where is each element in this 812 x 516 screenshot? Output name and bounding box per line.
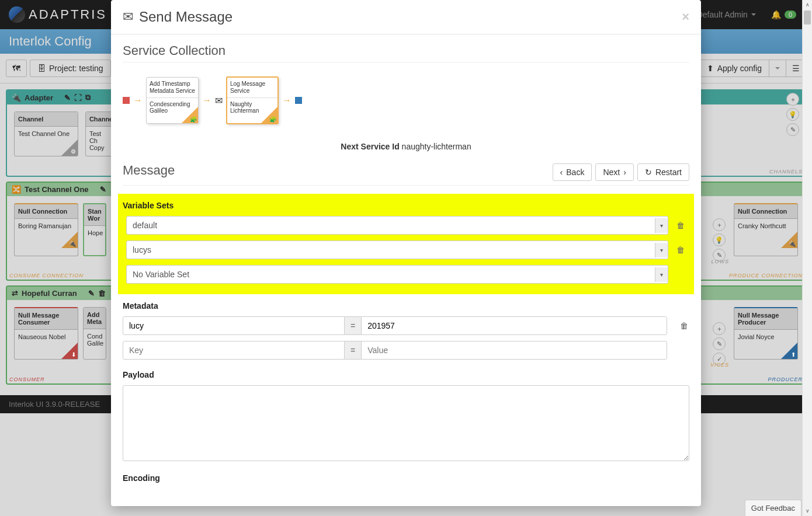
download-icon: ⬇ [71,351,76,358]
scrollbar[interactable]: ∧ ∨ [802,0,812,413]
variable-set-select-2[interactable]: No Variable Set▾ [126,265,668,284]
refresh-icon: ↻ [645,168,652,177]
send-message-modal: ✉ Send Message × Service Collection → Ad… [111,0,701,413]
envelope-icon: ✉ [123,9,133,25]
equals-label: = [345,316,361,335]
scroll-up-icon[interactable]: ∧ [803,0,812,10]
metadata-row: = 🗑 [123,316,689,335]
upload-icon: ⬆ [791,351,796,358]
chevron-left-icon: ‹ [560,168,563,177]
equals-label: = [345,341,361,360]
puzzle-icon: 🧩 [269,116,276,123]
modal-title: Send Message [139,9,233,25]
variable-sets-highlight: Variable Sets default▾ 🗑 lucys▾ 🗑 No Var… [118,194,694,294]
delete-varset-button[interactable]: 🗑 [675,245,686,254]
next-button[interactable]: Next› [595,163,633,181]
envelope-icon: ✉ [215,95,223,106]
service-flow: → Add Timestamp Metadata Service Condesc… [123,71,689,136]
flow-end-icon [295,97,302,104]
delete-metadata-button[interactable]: 🗑 [679,321,689,330]
metadata-heading: Metadata [123,301,689,311]
metadata-row-new: = 🗑 [123,341,689,360]
caret-down-icon: ▾ [655,218,668,233]
chevron-right-icon: › [623,168,626,177]
service-card-timestamp[interactable]: Add Timestamp Metadata Service Condescen… [146,77,199,124]
caret-down-icon: ▾ [655,267,668,282]
scroll-thumb[interactable] [804,11,811,25]
next-service-id: Next Service Id naughty-lichterman [123,136,689,163]
metadata-key-input[interactable] [123,316,345,335]
restart-button[interactable]: ↻Restart [637,163,689,181]
puzzle-icon: 🧩 [190,116,197,123]
message-heading: Message [123,163,175,178]
payload-textarea[interactable] [123,385,689,413]
plug-icon: 🔌 [789,240,796,247]
variable-sets-heading: Variable Sets [123,201,689,210]
service-collection-heading: Service Collection [123,43,689,58]
plug-icon: 🔌 [69,240,76,247]
flow-start-icon [123,97,130,104]
metadata-value-input[interactable] [361,341,667,360]
modal-close-button[interactable]: × [682,9,689,25]
variable-set-select-1[interactable]: lucys▾ [126,240,668,259]
variable-set-select-0[interactable]: default▾ [126,216,668,235]
payload-heading: Payload [123,370,689,379]
cog-icon: ⚙ [71,148,76,155]
service-card-log[interactable]: Log Message Service Naughty Lichterman🧩 [226,76,279,124]
caret-down-icon: ▾ [655,243,668,257]
back-button[interactable]: ‹Back [553,163,592,181]
arrow-right-icon: → [282,95,292,106]
arrow-right-icon: → [202,95,211,106]
metadata-value-input[interactable] [361,316,667,335]
metadata-key-input[interactable] [123,341,345,360]
delete-varset-button[interactable]: 🗑 [675,221,686,230]
arrow-right-icon: → [133,95,143,106]
